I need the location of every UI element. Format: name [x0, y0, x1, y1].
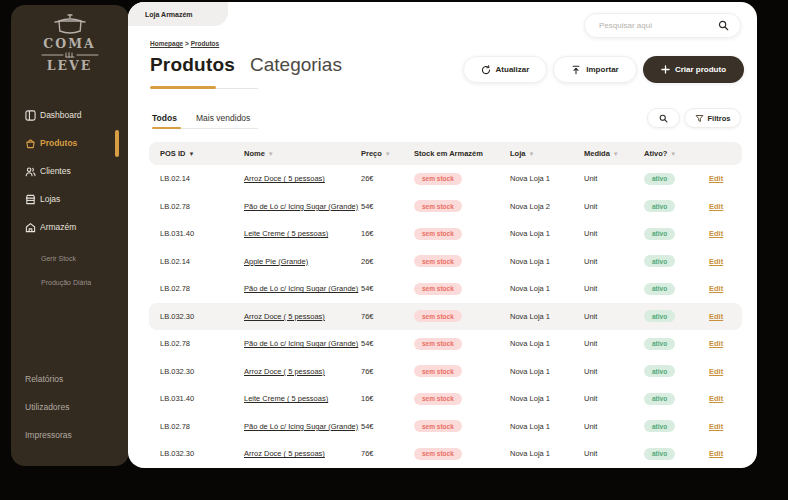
- edit-link[interactable]: Edit: [709, 257, 723, 266]
- cell-stock: sem stock: [414, 228, 510, 240]
- edit-link[interactable]: Edit: [709, 284, 723, 293]
- column-header-stock[interactable]: Stock em Armazém: [414, 149, 510, 158]
- edit-link[interactable]: Edit: [709, 394, 723, 403]
- breadcrumb-current[interactable]: Produtos: [191, 40, 220, 47]
- edit-link[interactable]: Edit: [709, 367, 723, 376]
- cell-loja: Nova Loja 1: [510, 174, 584, 183]
- product-name-link[interactable]: Pão de Ló c/ Icing Sugar (Grande): [244, 284, 358, 293]
- store-tab[interactable]: Loja Armazém: [128, 2, 228, 26]
- product-name-link[interactable]: Apple Pie (Grande): [244, 257, 308, 266]
- chevron-down-icon: ▼: [613, 151, 619, 157]
- store-tab-label: Loja Armazém: [145, 11, 193, 18]
- create-product-button[interactable]: Criar produto: [643, 56, 744, 83]
- tab-mais-vendidos[interactable]: Mais vendidos: [196, 113, 250, 123]
- warehouse-icon: [24, 221, 36, 233]
- sidebar-item-produtos[interactable]: Produtos: [11, 129, 128, 157]
- edit-link[interactable]: Edit: [709, 339, 723, 348]
- cell-edit: Edit: [709, 394, 742, 403]
- product-name-link[interactable]: Pão de Ló c/ Icing Sugar (Grande): [244, 422, 358, 431]
- cell-medida: Unit: [584, 202, 644, 211]
- cell-preco: 76€: [361, 312, 414, 321]
- sidebar-item-impressoras[interactable]: Impressoras: [25, 421, 72, 449]
- cell-preco: 16€: [361, 229, 414, 238]
- product-name-link[interactable]: Leite Creme ( 5 pessoas): [244, 229, 328, 238]
- chevron-down-icon: ▼: [528, 151, 534, 157]
- chevron-down-icon: ▼: [385, 151, 391, 157]
- sidebar-secondary-nav: Relatórios Utilizadores Impressoras: [25, 365, 72, 449]
- column-header-medida[interactable]: Medida▼: [584, 149, 644, 158]
- sidebar-item-lojas[interactable]: Lojas: [11, 185, 128, 213]
- stock-badge: sem stock: [414, 173, 462, 185]
- sidebar-item-clientes[interactable]: Clientes: [11, 157, 128, 185]
- cell-preco: 54€: [361, 422, 414, 431]
- cell-nome: Arroz Doce ( 5 pessoas): [244, 174, 361, 183]
- cell-preco: 76€: [361, 367, 414, 376]
- cell-loja: Nova Loja 1: [510, 257, 584, 266]
- stock-badge: sem stock: [414, 338, 462, 350]
- ativo-badge: ativo: [644, 448, 675, 460]
- active-item-indicator: [115, 130, 119, 157]
- cell-stock: sem stock: [414, 448, 510, 460]
- edit-link[interactable]: Edit: [709, 229, 723, 238]
- table-search-button[interactable]: [647, 108, 680, 128]
- chevron-down-icon: ▼: [188, 151, 194, 157]
- cell-loja: Nova Loja 2: [510, 202, 584, 211]
- cell-nome: Arroz Doce ( 5 pessoas): [244, 312, 361, 321]
- cell-edit: Edit: [709, 422, 742, 431]
- product-name-link[interactable]: Pão de Ló c/ Icing Sugar (Grande): [244, 339, 358, 348]
- sidebar-item-utilizadores[interactable]: Utilizadores: [25, 393, 72, 421]
- sidebar-item-dashboard[interactable]: Dashboard: [11, 101, 128, 129]
- cell-pos-id: LB.032.30: [160, 449, 244, 458]
- import-button[interactable]: Importar: [553, 56, 637, 83]
- column-header-loja[interactable]: Loja▼: [510, 149, 584, 158]
- tab-todos[interactable]: Todos: [152, 113, 177, 123]
- sidebar-subnav: Gerir Stock Produção Diária: [41, 246, 91, 294]
- stores-icon: [24, 193, 36, 205]
- cell-nome: Leite Creme ( 5 pessoas): [244, 229, 361, 238]
- edit-link[interactable]: Edit: [709, 202, 723, 211]
- stock-badge: sem stock: [414, 420, 462, 432]
- edit-link[interactable]: Edit: [709, 312, 723, 321]
- product-name-link[interactable]: Arroz Doce ( 5 pessoas): [244, 449, 325, 458]
- product-name-link[interactable]: Leite Creme ( 5 pessoas): [244, 394, 328, 403]
- sidebar-subitem-producao-diaria[interactable]: Produção Diária: [41, 270, 91, 294]
- edit-link[interactable]: Edit: [709, 449, 723, 458]
- refresh-button[interactable]: Atualizar: [463, 56, 547, 83]
- column-header-nome[interactable]: Nome▼: [244, 149, 361, 158]
- ativo-badge: ativo: [644, 200, 675, 212]
- cell-pos-id: LB.032.30: [160, 367, 244, 376]
- column-header-ativo[interactable]: Ativo?▼: [644, 149, 709, 158]
- product-name-link[interactable]: Arroz Doce ( 5 pessoas): [244, 174, 325, 183]
- product-name-link[interactable]: Arroz Doce ( 5 pessoas): [244, 312, 325, 321]
- cell-medida: Unit: [584, 312, 644, 321]
- ativo-badge: ativo: [644, 173, 675, 185]
- search-icon[interactable]: [718, 20, 729, 31]
- cell-edit: Edit: [709, 174, 742, 183]
- filters-button[interactable]: Filtros: [684, 108, 741, 128]
- cell-pos-id: LB.02.14: [160, 174, 244, 183]
- cell-nome: Pão de Ló c/ Icing Sugar (Grande): [244, 202, 361, 211]
- sidebar-subitem-gerir-stock[interactable]: Gerir Stock: [41, 246, 91, 270]
- sidebar-item-label: Produtos: [40, 138, 77, 148]
- table-row: LB.02.78 Pão de Ló c/ Icing Sugar (Grand…: [149, 193, 742, 221]
- cell-pos-id: LB.02.78: [160, 202, 244, 211]
- search-input[interactable]: [599, 21, 718, 30]
- edit-link[interactable]: Edit: [709, 422, 723, 431]
- product-name-link[interactable]: Arroz Doce ( 5 pessoas): [244, 367, 325, 376]
- product-name-link[interactable]: Pão de Ló c/ Icing Sugar (Grande): [244, 202, 358, 211]
- tab-categorias[interactable]: Categorias: [250, 54, 342, 76]
- edit-link[interactable]: Edit: [709, 174, 723, 183]
- sidebar-item-relatorios[interactable]: Relatórios: [25, 365, 72, 393]
- cell-pos-id: LB.02.78: [160, 284, 244, 293]
- column-header-preco[interactable]: Preço▼: [361, 149, 414, 158]
- cell-loja: Nova Loja 1: [510, 339, 584, 348]
- cell-nome: Arroz Doce ( 5 pessoas): [244, 449, 361, 458]
- sidebar-nav: Dashboard Produtos Clientes: [11, 101, 128, 241]
- column-header-pos-id[interactable]: POS ID▼: [160, 149, 244, 158]
- cell-pos-id: LB.031.40: [160, 229, 244, 238]
- ativo-badge: ativo: [644, 420, 675, 432]
- cell-ativo: ativo: [644, 173, 709, 185]
- breadcrumb-home[interactable]: Homepage: [150, 40, 183, 47]
- sidebar-item-armazem[interactable]: Armazém: [11, 213, 128, 241]
- cell-nome: Pão de Ló c/ Icing Sugar (Grande): [244, 284, 361, 293]
